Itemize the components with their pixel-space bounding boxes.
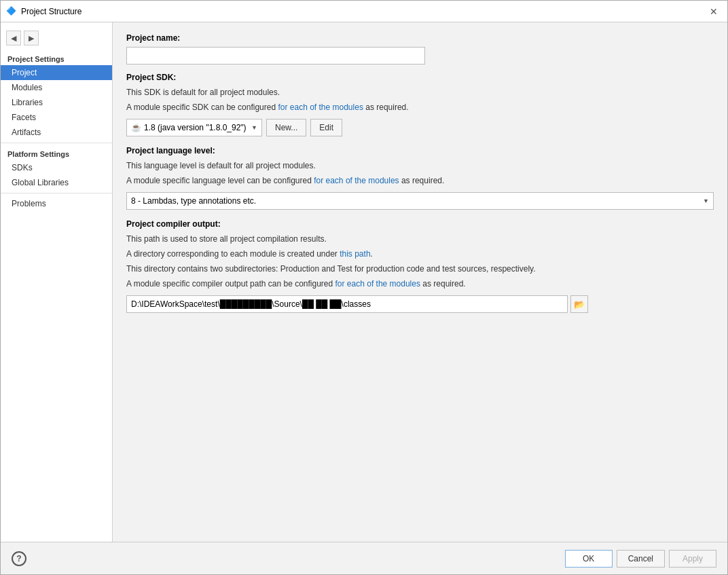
language-level-value: 8 - Lambdas, type annotations etc. — [131, 196, 256, 206]
forward-button[interactable]: ▶ — [24, 31, 39, 45]
ok-button[interactable]: OK — [565, 550, 613, 568]
sidebar-item-modules[interactable]: Modules — [1, 80, 112, 95]
sdk-new-button[interactable]: New... — [266, 119, 306, 136]
dialog-title: Project Structure — [21, 7, 706, 16]
apply-button[interactable]: Apply — [669, 550, 716, 568]
title-bar: 🔷 Project Structure ✕ — [1, 1, 727, 22]
sidebar-item-global-libraries[interactable]: Global Libraries — [1, 175, 112, 190]
project-sdk-desc2: A module specific SDK can be configured … — [126, 101, 714, 113]
language-level-chevron-icon: ▼ — [703, 198, 709, 204]
platform-settings-heading: Platform Settings — [1, 146, 112, 160]
compiler-desc2: A directory corresponding to each module… — [126, 248, 714, 260]
sdk-selected-value: 1.8 (java version "1.8.0_92") — [144, 123, 247, 132]
close-button[interactable]: ✕ — [706, 3, 722, 20]
project-sdk-label: Project SDK: — [126, 73, 714, 82]
back-button[interactable]: ◀ — [6, 31, 21, 45]
dialog-icon: 🔷 — [6, 6, 17, 17]
sidebar-divider-2 — [1, 193, 112, 193]
sidebar-item-project[interactable]: Project — [1, 65, 112, 80]
bottom-left: ? — [12, 551, 26, 566]
bottom-bar: ? OK Cancel Apply — [1, 542, 727, 574]
compiler-desc1: This path is used to store all project c… — [126, 233, 714, 245]
compiler-desc3: This directory contains two subdirectori… — [126, 263, 714, 275]
sidebar-item-artifacts[interactable]: Artifacts — [1, 125, 112, 140]
help-button[interactable]: ? — [12, 551, 26, 566]
sidebar: ◀ ▶ Project Settings Project Modules Lib… — [1, 22, 113, 542]
project-sdk-desc1: This SDK is default for all project modu… — [126, 86, 714, 98]
project-structure-dialog: 🔷 Project Structure ✕ ◀ ▶ Project Settin… — [0, 0, 728, 575]
nav-buttons: ◀ ▶ — [1, 28, 112, 51]
project-language-level-desc2: A module specific language level can be … — [126, 174, 714, 187]
sidebar-item-libraries[interactable]: Libraries — [1, 95, 112, 110]
compiler-output-row: 📂 — [126, 295, 714, 313]
project-name-input[interactable] — [126, 47, 425, 64]
sidebar-item-facets[interactable]: Facets — [1, 110, 112, 125]
compiler-path-input[interactable] — [126, 295, 568, 313]
project-name-label: Project name: — [126, 33, 714, 43]
bottom-right: OK Cancel Apply — [565, 550, 716, 568]
sidebar-divider — [1, 143, 112, 143]
folder-browse-button[interactable]: 📂 — [570, 295, 588, 313]
project-settings-heading: Project Settings — [1, 51, 112, 65]
sidebar-item-problems[interactable]: Problems — [1, 196, 112, 211]
cancel-button[interactable]: Cancel — [617, 550, 665, 568]
sdk-edit-button[interactable]: Edit — [310, 119, 342, 136]
language-level-dropdown[interactable]: 8 - Lambdas, type annotations etc. ▼ — [126, 192, 714, 210]
sdk-dropdown[interactable]: ☕ 1.8 (java version "1.8.0_92") ▼ — [126, 119, 262, 136]
sdk-row: ☕ 1.8 (java version "1.8.0_92") ▼ New...… — [126, 119, 714, 136]
project-language-level-desc1: This language level is default for all p… — [126, 160, 714, 172]
compiler-desc4: A module specific compiler output path c… — [126, 278, 714, 290]
sidebar-item-sdks[interactable]: SDKs — [1, 160, 112, 175]
project-language-level-label: Project language level: — [126, 146, 714, 155]
folder-icon: 📂 — [574, 299, 585, 310]
main-panel: Project name: Project SDK: This SDK is d… — [113, 22, 727, 542]
sdk-icon: ☕ — [131, 123, 141, 132]
content-area: ◀ ▶ Project Settings Project Modules Lib… — [1, 22, 727, 542]
project-compiler-output-label: Project compiler output: — [126, 219, 714, 229]
sdk-dropdown-chevron-icon: ▼ — [251, 124, 257, 131]
